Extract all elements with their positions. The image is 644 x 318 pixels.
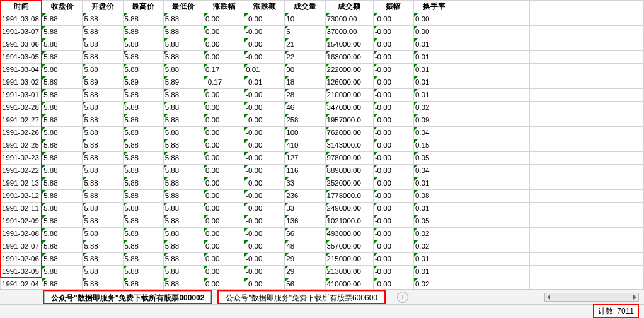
cell[interactable]: 5.88 <box>163 266 204 278</box>
col-high[interactable]: 最高价 <box>123 1 163 13</box>
cell[interactable]: 347000.00 <box>325 102 373 114</box>
cell[interactable]: -0.00 <box>244 266 285 278</box>
cell[interactable]: 0.01 <box>413 253 454 266</box>
cell[interactable]: 5.88 <box>83 240 123 253</box>
cell-empty[interactable] <box>530 38 568 51</box>
cell[interactable]: 5.88 <box>83 203 123 215</box>
cell-empty[interactable] <box>454 215 492 228</box>
cell[interactable]: 252000.00 <box>325 177 373 190</box>
cell[interactable]: 0.00 <box>413 13 454 26</box>
cell-empty[interactable] <box>606 114 643 127</box>
table-row[interactable]: 1991-03-015.885.885.885.880.00-0.0028210… <box>1 89 644 102</box>
table-row[interactable]: 1991-03-085.885.885.885.880.00-0.0010730… <box>1 13 644 26</box>
table-row[interactable]: 1991-02-265.885.885.885.880.00-0.0010076… <box>1 127 644 139</box>
cell[interactable]: 5.88 <box>123 139 163 152</box>
cell[interactable]: 5.88 <box>163 38 204 51</box>
cell[interactable]: 5.88 <box>42 51 83 64</box>
cell[interactable]: 0.00 <box>204 253 244 266</box>
cell[interactable]: 1991-02-28 <box>1 102 42 114</box>
cell[interactable]: -0.00 <box>373 102 413 114</box>
cell[interactable]: 0.00 <box>204 215 244 228</box>
col-empty[interactable] <box>568 1 606 13</box>
cell[interactable]: 5.88 <box>123 203 163 215</box>
cell[interactable]: 0.00 <box>204 152 244 165</box>
cell[interactable]: -0.01 <box>244 76 285 89</box>
cell-empty[interactable] <box>606 26 643 38</box>
cell[interactable]: -0.00 <box>373 51 413 64</box>
cell[interactable]: 5.88 <box>42 253 83 266</box>
cell-empty[interactable] <box>568 26 606 38</box>
cell[interactable]: 5.88 <box>42 139 83 152</box>
cell[interactable]: 5.88 <box>83 26 123 38</box>
cell[interactable]: -0.00 <box>373 114 413 127</box>
cell-empty[interactable] <box>530 89 568 102</box>
cell-empty[interactable] <box>530 228 568 240</box>
cell[interactable]: 100 <box>285 127 325 139</box>
cell[interactable]: 5.88 <box>42 13 83 26</box>
sheet-tab-000002[interactable]: 公众号"数据即服务"免费下载所有股票000002 <box>44 291 211 303</box>
cell[interactable]: 0.00 <box>413 26 454 38</box>
cell[interactable]: 0.01 <box>413 76 454 89</box>
table-row[interactable]: 1991-02-075.885.885.885.880.00-0.0048357… <box>1 240 644 253</box>
cell[interactable]: -0.00 <box>244 240 285 253</box>
cell-empty[interactable] <box>530 26 568 38</box>
cell[interactable]: 5.88 <box>123 89 163 102</box>
cell[interactable]: 37000.00 <box>325 26 373 38</box>
cell[interactable]: -0.00 <box>244 89 285 102</box>
cell[interactable]: -0.00 <box>373 152 413 165</box>
cell[interactable]: 3143000.0 <box>325 139 373 152</box>
cell[interactable]: 5.88 <box>163 89 204 102</box>
cell-empty[interactable] <box>530 139 568 152</box>
cell-empty[interactable] <box>454 102 492 114</box>
cell[interactable]: -0.00 <box>373 139 413 152</box>
cell[interactable]: 5.88 <box>163 253 204 266</box>
cell-empty[interactable] <box>568 190 606 203</box>
cell[interactable]: -0.00 <box>244 152 285 165</box>
cell[interactable]: 0.00 <box>204 278 244 290</box>
cell[interactable]: 5.88 <box>42 266 83 278</box>
cell[interactable]: 5.88 <box>83 278 123 290</box>
cell[interactable]: 33 <box>285 203 325 215</box>
cell-empty[interactable] <box>530 76 568 89</box>
cell-empty[interactable] <box>606 266 643 278</box>
cell[interactable]: 5.88 <box>83 13 123 26</box>
cell-empty[interactable] <box>606 253 643 266</box>
cell[interactable]: 5.88 <box>163 102 204 114</box>
cell[interactable]: 22 <box>285 51 325 64</box>
cell[interactable]: 5.88 <box>42 64 83 76</box>
cell-empty[interactable] <box>492 76 530 89</box>
cell[interactable]: 5.88 <box>83 89 123 102</box>
cell[interactable]: -0.00 <box>373 64 413 76</box>
cell[interactable]: 5.88 <box>42 278 83 290</box>
cell-empty[interactable] <box>492 114 530 127</box>
cell[interactable]: 1991-02-27 <box>1 114 42 127</box>
cell[interactable]: 5.88 <box>123 127 163 139</box>
cell[interactable]: 5.88 <box>163 152 204 165</box>
cell[interactable]: 215000.00 <box>325 253 373 266</box>
cell[interactable]: 5.88 <box>83 114 123 127</box>
cell[interactable]: 5.88 <box>163 228 204 240</box>
cell[interactable]: 0.04 <box>413 127 454 139</box>
cell-empty[interactable] <box>492 266 530 278</box>
cell[interactable]: 0.08 <box>413 190 454 203</box>
cell-empty[interactable] <box>454 266 492 278</box>
cell[interactable]: -0.00 <box>373 203 413 215</box>
cell-empty[interactable] <box>454 13 492 26</box>
cell[interactable]: 222000.00 <box>325 64 373 76</box>
cell-empty[interactable] <box>454 127 492 139</box>
cell-empty[interactable] <box>568 76 606 89</box>
cell-empty[interactable] <box>530 13 568 26</box>
cell[interactable]: -0.00 <box>373 127 413 139</box>
cell[interactable]: 5.89 <box>83 76 123 89</box>
cell[interactable]: 5.88 <box>42 190 83 203</box>
cell-empty[interactable] <box>454 26 492 38</box>
cell-empty[interactable] <box>568 64 606 76</box>
table-row[interactable]: 1991-03-055.885.885.885.880.00-0.0022163… <box>1 51 644 64</box>
cell[interactable]: 10 <box>285 13 325 26</box>
cell[interactable]: 5.88 <box>42 240 83 253</box>
cell[interactable]: 5.88 <box>163 51 204 64</box>
cell[interactable]: 0.17 <box>204 64 244 76</box>
cell[interactable]: 0.02 <box>413 228 454 240</box>
cell-empty[interactable] <box>530 102 568 114</box>
cell-empty[interactable] <box>492 177 530 190</box>
